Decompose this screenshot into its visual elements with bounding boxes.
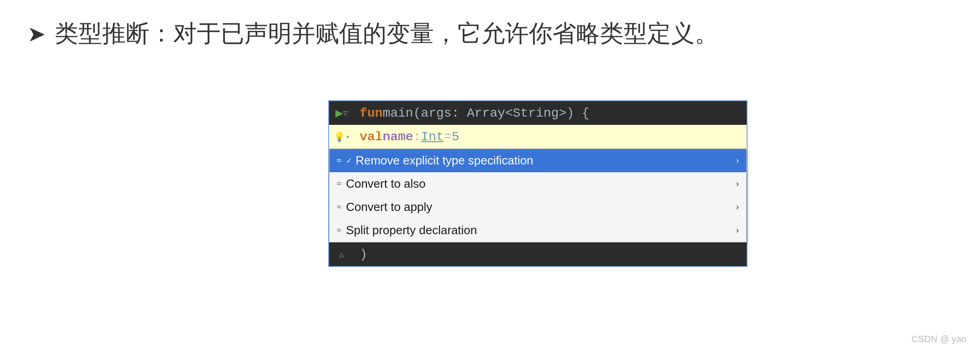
fold-gutter-3: △ (329, 249, 354, 259)
menu-item-1-icon: ≈ (337, 156, 341, 165)
title-section: ➤ 类型推断：对于已声明并赋值的变量，它允许你省略类型定义。 (27, 18, 953, 49)
var-name: name (382, 130, 413, 144)
menu-chevron-4: › (727, 226, 739, 235)
fold-icon[interactable]: ▽ (343, 108, 348, 118)
code-line-2-content: val name : Int = 5 (354, 126, 747, 148)
menu-item-2-label: Convert to also (346, 177, 426, 191)
arrow-icon: ➤ (27, 21, 46, 46)
menu-item-convert-apply[interactable]: ≈ Convert to apply › (330, 195, 746, 219)
keyword-val: val (360, 130, 382, 144)
menu-chevron-3: › (727, 202, 739, 212)
watermark-text: CSDN @ yao (912, 334, 966, 344)
number-value: 5 (452, 130, 459, 144)
code-line-2: 💡 ▾ val name : Int = 5 (329, 125, 747, 149)
code-line-1-content: fun main(args: Array<String>) { (354, 103, 747, 124)
menu-item-4-icon: ≈ (337, 226, 341, 235)
ide-window: ▶ ▽ fun main(args: Array<String>) { 💡 ▾ … (328, 100, 748, 267)
menu-chevron-2: › (727, 179, 739, 189)
menu-item-2-icon: ≈ (337, 179, 341, 189)
menu-item-4-label: Split property declaration (346, 223, 477, 237)
equals: = (444, 130, 452, 144)
code-line-1: ▶ ▽ fun main(args: Array<String>) { (329, 101, 747, 125)
code-line-3-content: ) (354, 244, 747, 265)
lightbulb-icon[interactable]: 💡 (334, 131, 345, 143)
keyword-fun: fun (360, 106, 382, 120)
title-text: 类型推断：对于已声明并赋值的变量，它允许你省略类型定义。 (55, 18, 718, 49)
context-menu: ≈ ✓ Remove explicit type specification ›… (329, 149, 747, 242)
code-main-args: main(args: Array<String>) { (382, 106, 589, 120)
menu-item-3-label: Convert to apply (346, 200, 432, 214)
closing-paren: ) (360, 247, 367, 262)
watermark: CSDN @ yao (912, 334, 966, 344)
menu-chevron-1: › (727, 156, 739, 165)
lightbulb-gutter: 💡 ▾ (329, 131, 354, 143)
menu-item-1-label: Remove explicit type specification (356, 154, 533, 168)
run-gutter: ▶ ▽ (329, 105, 354, 121)
type-annotation: Int (421, 130, 444, 144)
menu-item-convert-also[interactable]: ≈ Convert to also › (330, 172, 746, 195)
menu-item-3-icon: ≈ (337, 202, 341, 212)
menu-item-split-property[interactable]: ≈ Split property declaration › (330, 219, 746, 242)
colon: : (413, 130, 421, 144)
dropdown-arrow-icon[interactable]: ▾ (346, 133, 350, 141)
menu-item-remove-type[interactable]: ≈ ✓ Remove explicit type specification › (330, 149, 746, 172)
checkmark-icon: ✓ (346, 156, 352, 165)
code-line-3: △ ) (329, 242, 747, 266)
fold-indicator-icon: △ (339, 249, 344, 259)
run-button-icon[interactable]: ▶ (335, 105, 343, 121)
